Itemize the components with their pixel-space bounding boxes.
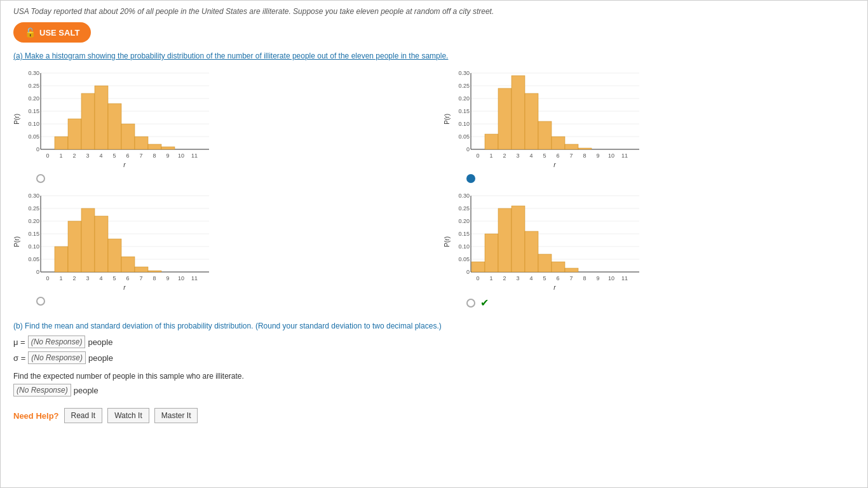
svg-text:0.30: 0.30 — [458, 193, 470, 199]
svg-rect-145 — [552, 262, 565, 272]
need-help-label: Need Help? — [13, 411, 59, 421]
svg-rect-104 — [121, 257, 135, 272]
svg-text:0.20: 0.20 — [28, 95, 39, 102]
part-a-label: (a) Make a histogram showing the probabi… — [13, 51, 855, 60]
histogram-bottom-right: P(r) 0 0.05 0.10 0.15 0.20 0.25 — [444, 189, 855, 309]
svg-text:0.25: 0.25 — [28, 205, 39, 212]
svg-text:10: 10 — [608, 152, 614, 159]
svg-text:0.05: 0.05 — [28, 133, 39, 140]
svg-rect-58 — [485, 134, 498, 149]
svg-rect-64 — [565, 144, 578, 149]
svg-text:0.15: 0.15 — [28, 108, 39, 114]
svg-text:0.30: 0.30 — [28, 193, 39, 199]
svg-text:0: 0 — [476, 275, 479, 281]
svg-text:0.15: 0.15 — [28, 231, 39, 237]
radio-row-tl[interactable] — [36, 174, 45, 183]
sigma-input[interactable]: (No Response) — [28, 351, 86, 364]
svg-text:4: 4 — [99, 275, 102, 281]
svg-text:0.30: 0.30 — [458, 70, 470, 76]
watch-it-button[interactable]: Watch It — [107, 408, 149, 423]
svg-rect-101 — [81, 208, 95, 272]
svg-text:4: 4 — [99, 152, 102, 159]
y-axis-label-tr: P(r) — [444, 114, 451, 125]
expected-input[interactable]: (No Response) — [13, 384, 71, 396]
read-it-button[interactable]: Read It — [64, 408, 103, 423]
radio-row-br[interactable]: ✔ — [466, 297, 489, 309]
svg-text:8: 8 — [153, 275, 156, 281]
svg-text:3: 3 — [516, 152, 519, 159]
svg-text:10: 10 — [178, 275, 184, 281]
y-axis-label-tl: P(r) — [13, 114, 20, 125]
svg-text:7: 7 — [139, 275, 142, 281]
svg-rect-144 — [538, 254, 552, 272]
svg-rect-61 — [525, 93, 538, 149]
svg-text:0.25: 0.25 — [458, 83, 470, 89]
histograms-grid: P(r) 0 0.05 0.10 0. — [13, 67, 855, 309]
radio-row-tr[interactable] — [466, 174, 475, 183]
mu-input[interactable]: (No Response) — [28, 336, 86, 348]
svg-text:0: 0 — [46, 152, 49, 159]
svg-text:0: 0 — [46, 275, 49, 281]
histogram-top-right-wrapper: P(r) 0 0.05 0.10 0.15 0.20 0.25 — [444, 67, 649, 172]
histogram-top-left-wrapper: P(r) 0 0.05 0.10 0. — [13, 67, 219, 172]
svg-text:3: 3 — [86, 152, 89, 159]
svg-rect-17 — [55, 137, 68, 149]
svg-rect-106 — [148, 271, 161, 272]
svg-text:8: 8 — [583, 275, 586, 281]
use-salt-button[interactable]: 🔓 USE SALT — [13, 22, 91, 43]
svg-rect-102 — [95, 216, 108, 272]
svg-text:r: r — [553, 284, 556, 291]
radio-tl[interactable] — [36, 174, 45, 183]
page-container: USA Today reported that about 20% of all… — [0, 0, 868, 488]
svg-text:9: 9 — [166, 152, 169, 159]
svg-rect-24 — [148, 144, 161, 149]
svg-text:7: 7 — [139, 152, 142, 159]
svg-text:0.20: 0.20 — [28, 218, 39, 224]
master-it-button[interactable]: Master It — [154, 408, 198, 423]
expected-unit: people — [74, 386, 98, 395]
histogram-bottom-left: P(r) 0 0.05 0.10 0.15 0.20 0.25 — [13, 189, 424, 309]
svg-text:11: 11 — [621, 152, 628, 159]
svg-rect-21 — [108, 104, 121, 149]
svg-text:1: 1 — [59, 275, 62, 281]
sigma-row: σ = (No Response) people — [13, 351, 855, 364]
svg-text:0.05: 0.05 — [458, 133, 470, 140]
svg-text:0.15: 0.15 — [458, 231, 470, 237]
svg-text:6: 6 — [126, 275, 129, 281]
svg-text:0.10: 0.10 — [28, 121, 39, 127]
expected-row: (No Response) people — [13, 384, 855, 396]
salt-icon: 🔓 — [25, 27, 36, 37]
svg-text:1: 1 — [489, 275, 492, 281]
svg-text:5: 5 — [543, 275, 546, 281]
checkmark-icon: ✔ — [480, 297, 489, 309]
svg-rect-143 — [525, 231, 538, 272]
histogram-bottom-right-wrapper: P(r) 0 0.05 0.10 0.15 0.20 0.25 — [444, 189, 649, 294]
y-axis-label-bl: P(r) — [13, 236, 20, 247]
intro-text: USA Today reported that about 20% of all… — [13, 7, 855, 16]
svg-rect-19 — [81, 93, 95, 149]
radio-row-bl[interactable] — [36, 297, 45, 306]
part-b-label: (b) Find the mean and standard deviation… — [13, 322, 855, 330]
sigma-label: σ = — [13, 353, 25, 363]
svg-text:0.05: 0.05 — [458, 256, 470, 262]
histogram-svg-tl: 0 0.05 0.10 0.15 0.20 0.25 0.30 — [22, 67, 219, 172]
radio-bl[interactable] — [36, 297, 45, 306]
histogram-top-left: P(r) 0 0.05 0.10 0. — [13, 67, 424, 183]
svg-text:6: 6 — [556, 152, 559, 159]
svg-text:0.25: 0.25 — [458, 205, 470, 212]
svg-text:10: 10 — [608, 275, 614, 281]
svg-text:2: 2 — [503, 152, 506, 159]
part-b-section: (b) Find the mean and standard deviation… — [13, 322, 855, 396]
radio-br[interactable] — [466, 299, 475, 308]
histogram-svg-bl: 0 0.05 0.10 0.15 0.20 0.25 0.30 — [22, 189, 219, 294]
svg-rect-60 — [512, 76, 525, 149]
y-axis-label-br: P(r) — [444, 236, 451, 247]
svg-text:4: 4 — [529, 275, 532, 281]
svg-text:0: 0 — [466, 146, 470, 152]
histogram-bottom-left-wrapper: P(r) 0 0.05 0.10 0.15 0.20 0.25 — [13, 189, 219, 294]
svg-text:0.10: 0.10 — [458, 243, 470, 250]
svg-rect-140 — [485, 234, 498, 272]
svg-text:0.30: 0.30 — [28, 70, 39, 76]
radio-tr[interactable] — [466, 174, 475, 183]
histogram-top-right: P(r) 0 0.05 0.10 0.15 0.20 0.25 — [444, 67, 855, 183]
